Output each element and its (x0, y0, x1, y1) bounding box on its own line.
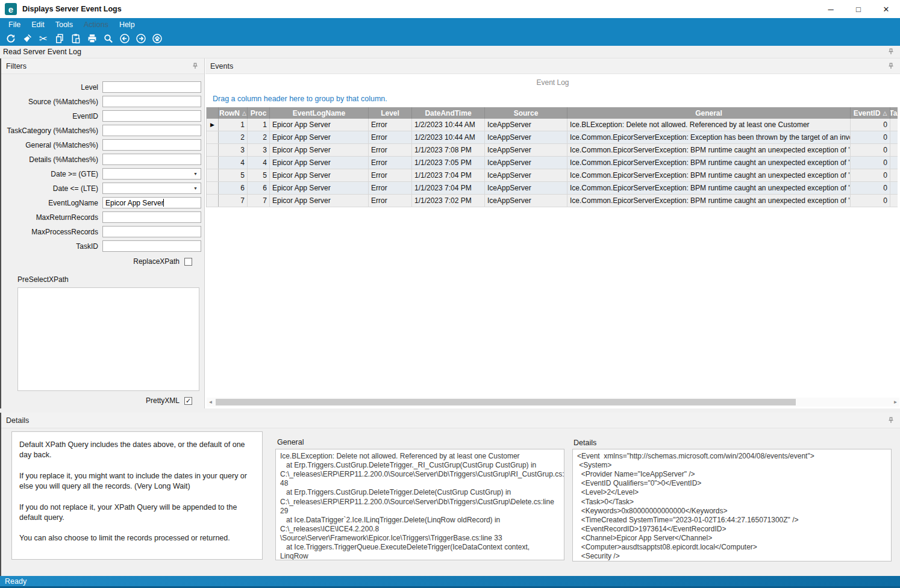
dropdown-arrow-icon[interactable]: ▼ (190, 183, 201, 194)
table-cell[interactable]: 0 (851, 131, 890, 143)
back-icon[interactable] (116, 32, 133, 45)
cut-icon[interactable]: ✂ (35, 32, 51, 45)
table-cell[interactable]: 0 (851, 144, 890, 156)
table-row[interactable]: 22Epicor App ServerError1/2/2023 10:44 A… (207, 131, 898, 144)
table-cell[interactable]: 2 (219, 131, 248, 143)
prettyxml-checkbox[interactable]: ✓ (184, 397, 192, 405)
table-cell[interactable]: 5 (248, 169, 270, 181)
table-cell[interactable]: IceAppServer (485, 157, 567, 169)
menu-item-tools[interactable]: Tools (50, 19, 78, 30)
table-row[interactable]: 66Epicor App ServerError1/1/2023 7:04 PM… (207, 182, 898, 195)
table-cell[interactable]: Epicor App Server (270, 182, 369, 194)
source-input[interactable] (102, 96, 201, 107)
table-cell[interactable]: 2 (248, 131, 270, 143)
refresh-icon[interactable] (2, 32, 19, 45)
table-cell[interactable]: 0 (851, 195, 890, 207)
table-cell[interactable]: 1/1/2023 7:04 PM (412, 182, 485, 194)
table-row[interactable]: 33Epicor App ServerError1/1/2023 7:08 PM… (207, 144, 898, 157)
copy-icon[interactable] (51, 32, 67, 45)
details-pin-icon[interactable] (887, 416, 895, 425)
details-input[interactable] (102, 154, 201, 165)
table-cell[interactable]: 1/1/2023 7:05 PM (412, 157, 485, 169)
table-cell[interactable]: Ice.Common.EpicorServerException: BPM ru… (567, 157, 851, 169)
general-input[interactable] (102, 139, 201, 151)
table-cell[interactable]: IceAppServer (485, 119, 567, 131)
table-cell[interactable]: Error (369, 157, 412, 169)
table-cell[interactable]: Error (369, 144, 412, 156)
table-cell[interactable]: 1 (248, 119, 270, 131)
level-input[interactable] (102, 81, 201, 93)
table-row[interactable]: 55Epicor App ServerError1/1/2023 7:04 PM… (207, 169, 898, 182)
column-header-eventid[interactable]: EventID△ (851, 107, 890, 119)
table-cell[interactable]: 0 (890, 195, 898, 207)
maxreturnrecords-input[interactable] (102, 211, 201, 223)
home-icon[interactable] (149, 32, 165, 45)
table-cell[interactable]: 0 (890, 169, 898, 181)
table-cell[interactable]: Epicor App Server (270, 169, 369, 181)
maxprocessrecords-input[interactable] (102, 226, 201, 237)
table-cell[interactable]: 0 (890, 119, 898, 131)
maximize-button[interactable]: □ (845, 0, 872, 18)
close-button[interactable]: ✕ (872, 0, 900, 18)
date-gte-input[interactable] (102, 168, 201, 180)
table-cell[interactable]: Error (369, 169, 412, 181)
table-cell[interactable]: 0 (851, 119, 890, 131)
table-cell[interactable]: IceAppServer (485, 169, 567, 181)
table-cell[interactable]: 1/1/2023 7:08 PM (412, 144, 485, 156)
print-icon[interactable] (84, 32, 100, 45)
menu-item-help[interactable]: Help (114, 19, 140, 30)
table-cell[interactable]: 7 (219, 195, 248, 207)
table-row[interactable]: 77Epicor App ServerError1/1/2023 7:02 PM… (207, 195, 898, 207)
table-cell[interactable]: Error (369, 119, 412, 131)
table-cell[interactable]: 7 (248, 195, 270, 207)
table-cell[interactable]: IceAppServer (485, 144, 567, 156)
table-cell[interactable]: 5 (219, 169, 248, 181)
clear-icon[interactable] (19, 32, 35, 45)
column-header-eventlogname[interactable]: EventLogName (270, 107, 369, 119)
table-cell[interactable]: IceAppServer (485, 131, 567, 143)
dropdown-arrow-icon[interactable]: ▼ (190, 169, 201, 180)
date-lte-input[interactable] (102, 183, 201, 194)
taskcategory-input[interactable] (102, 125, 201, 136)
events-pin-icon[interactable] (887, 62, 895, 70)
table-cell[interactable]: Ice.BLException: Delete not allowed. Ref… (567, 119, 851, 131)
table-cell[interactable]: 6 (248, 182, 270, 194)
table-cell[interactable]: Epicor App Server (270, 131, 369, 143)
table-cell[interactable]: 0 (890, 144, 898, 156)
table-cell[interactable]: 1/2/2023 10:44 AM (412, 119, 485, 131)
table-cell[interactable]: 0 (851, 182, 890, 194)
column-header-rown[interactable]: RowN△ (219, 107, 248, 119)
table-cell[interactable]: IceAppServer (485, 182, 567, 194)
eventid-input[interactable] (102, 110, 201, 122)
column-header-dateandtime[interactable]: DateAndTime (412, 107, 485, 119)
table-cell[interactable]: 3 (219, 144, 248, 156)
table-cell[interactable]: 4 (219, 157, 248, 169)
scroll-right-icon[interactable]: ► (892, 399, 899, 405)
column-header-task[interactable]: Task (890, 107, 898, 119)
table-cell[interactable]: Ice.Common.EpicorServerException: BPM ru… (567, 182, 851, 194)
scrollbar-thumb[interactable] (216, 399, 796, 405)
table-cell[interactable]: Epicor App Server (270, 195, 369, 207)
forward-icon[interactable] (133, 32, 149, 45)
table-cell[interactable]: IceAppServer (485, 195, 567, 207)
table-cell[interactable]: Epicor App Server (270, 144, 369, 156)
table-cell[interactable]: Ice.Common.EpicorServerException: BPM ru… (567, 144, 851, 156)
table-cell[interactable]: 1/2/2023 10:44 AM (412, 131, 485, 143)
table-cell[interactable]: 0 (851, 169, 890, 181)
table-cell[interactable]: Epicor App Server (270, 119, 369, 131)
table-row[interactable]: 44Epicor App ServerError1/1/2023 7:05 PM… (207, 157, 898, 169)
scroll-left-icon[interactable]: ◄ (207, 399, 214, 405)
table-cell[interactable]: Error (369, 131, 412, 143)
table-cell[interactable]: 3 (248, 144, 270, 156)
menu-item-edit[interactable]: Edit (26, 19, 50, 30)
table-cell[interactable]: 0 (890, 182, 898, 194)
table-row[interactable]: ▶11Epicor App ServerError1/2/2023 10:44 … (207, 119, 898, 131)
table-cell[interactable]: 0 (851, 157, 890, 169)
general-text-box[interactable]: Ice.BLException: Delete not allowed. Ref… (275, 449, 564, 560)
table-cell[interactable]: Error (369, 195, 412, 207)
paste-icon[interactable] (67, 32, 84, 45)
view-pin-icon[interactable] (887, 48, 895, 56)
column-header-level[interactable]: Level (369, 107, 412, 119)
column-header-source[interactable]: Source (485, 107, 567, 119)
eventlogname-input[interactable] (102, 197, 201, 208)
